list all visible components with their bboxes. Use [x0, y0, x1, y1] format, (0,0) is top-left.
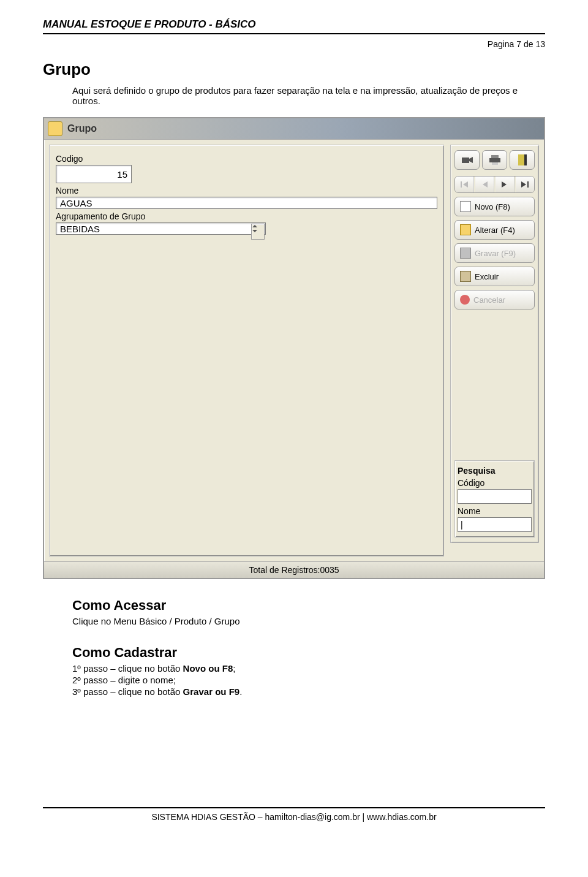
- intro-paragraph: Aqui será definido o grupo de produtos p…: [72, 85, 545, 106]
- prev-record-button[interactable]: [475, 177, 494, 192]
- svg-rect-4: [491, 155, 499, 158]
- pesquisa-codigo-label: Código: [458, 478, 532, 488]
- trash-icon: [460, 271, 471, 282]
- excluir-button-label: Excluir: [475, 272, 499, 281]
- cancelar-button[interactable]: Cancelar: [454, 290, 535, 309]
- novo-button[interactable]: Novo (F8): [454, 197, 535, 216]
- pesquisa-nome-label: Nome: [458, 506, 532, 516]
- divider: [43, 33, 545, 34]
- novo-button-label: Novo (F8): [475, 202, 510, 211]
- new-icon: [460, 201, 471, 212]
- record-navigator: [454, 176, 535, 193]
- next-record-button[interactable]: [496, 177, 514, 192]
- camera-button[interactable]: [454, 150, 480, 170]
- gravar-button-label: Gravar (F9): [475, 249, 516, 258]
- save-icon: [460, 248, 471, 259]
- svg-rect-2: [462, 158, 469, 163]
- app-icon: [48, 121, 62, 136]
- svg-rect-8: [524, 154, 527, 165]
- nome-label: Nome: [56, 186, 437, 196]
- nome-input[interactable]: [56, 197, 437, 209]
- cancelar-button-label: Cancelar: [473, 295, 505, 305]
- svg-rect-5: [489, 158, 500, 162]
- first-record-button[interactable]: [455, 177, 474, 192]
- pesquisa-codigo-input[interactable]: [458, 489, 532, 504]
- document-header-title: MANUAL ESTOQUE E PRODUTO - BÁSICO: [43, 18, 545, 31]
- last-record-button[interactable]: [516, 177, 534, 192]
- gravar-button[interactable]: Gravar (F9): [454, 243, 535, 263]
- svg-marker-0: [252, 225, 257, 227]
- form-panel: Codigo Nome Agrupamento de Grupo: [49, 145, 444, 556]
- pesquisa-nome-input[interactable]: [458, 517, 532, 532]
- app-window: Grupo Codigo Nome Agrupamento de Grupo: [43, 117, 545, 579]
- agrupamento-label: Agrupamento de Grupo: [56, 211, 437, 221]
- window-titlebar: Grupo: [44, 118, 544, 140]
- cancel-icon: [460, 295, 470, 305]
- excluir-button[interactable]: Excluir: [454, 267, 535, 286]
- svg-marker-1: [252, 230, 257, 232]
- exit-button[interactable]: [510, 150, 535, 170]
- codigo-input[interactable]: [56, 165, 132, 183]
- step-1: 1º passo – clique no botão Novo ou F8;: [72, 663, 545, 674]
- agrupamento-select[interactable]: [56, 222, 266, 235]
- svg-marker-11: [483, 181, 488, 188]
- codigo-label: Codigo: [56, 154, 437, 164]
- como-cadastrar-heading: Como Cadastrar: [72, 645, 545, 661]
- search-panel: Pesquisa Código Nome: [454, 460, 535, 537]
- svg-marker-13: [521, 181, 526, 188]
- page-indicator: Pagina 7 de 13: [43, 39, 545, 49]
- pesquisa-title: Pesquisa: [458, 466, 532, 476]
- dropdown-toggle-icon[interactable]: [251, 224, 265, 240]
- svg-rect-9: [461, 181, 462, 188]
- alterar-button[interactable]: Alterar (F4): [454, 220, 535, 240]
- svg-marker-3: [469, 157, 473, 163]
- step-2: 2º passo – digite o nome;: [72, 675, 545, 685]
- svg-rect-14: [527, 181, 529, 188]
- como-acessar-text: Clique no Menu Básico / Produto / Grupo: [72, 616, 545, 626]
- section-title: Grupo: [43, 60, 545, 79]
- svg-marker-12: [502, 181, 507, 188]
- window-title: Grupo: [67, 123, 97, 134]
- status-bar: Total de Registros:0035: [44, 561, 544, 578]
- step-3: 3º passo – clique no botão Gravar ou F9.: [72, 686, 545, 697]
- edit-icon: [460, 224, 471, 235]
- alterar-button-label: Alterar (F4): [475, 226, 515, 235]
- como-acessar-heading: Como Acessar: [72, 598, 545, 613]
- svg-rect-6: [492, 162, 498, 165]
- page-footer: SISTEMA HDIAS GESTÃO – hamilton-dias@ig.…: [43, 807, 545, 822]
- print-button[interactable]: [482, 150, 507, 170]
- svg-rect-7: [518, 154, 524, 165]
- action-panel: Novo (F8) Alterar (F4) Gravar (F9) Exclu…: [450, 145, 539, 543]
- svg-marker-10: [463, 181, 468, 188]
